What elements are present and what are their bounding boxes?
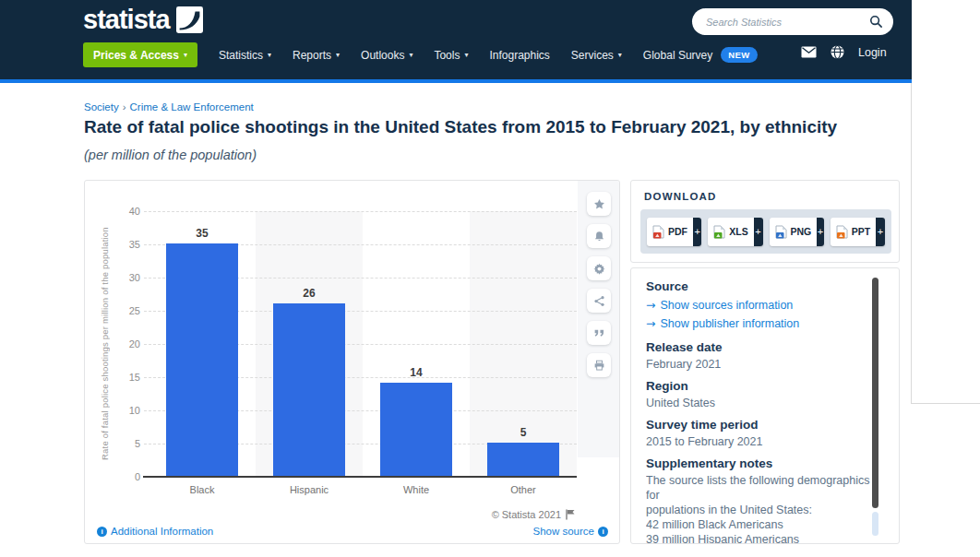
statista-logo-text: statista — [83, 5, 170, 34]
bar-black[interactable] — [166, 243, 238, 476]
download-ppt-main: PPT — [831, 218, 876, 246]
chart-action-alert-button[interactable] — [587, 224, 611, 248]
y-tick-25: 25 — [129, 305, 140, 316]
download-xls-main: XLS — [708, 218, 753, 246]
download-ppt-plus-button[interactable]: + — [876, 218, 885, 246]
top-navigation-bar: statista Prices & Access▾Statistics▾Repo… — [0, 0, 912, 79]
info-icon: i — [97, 527, 107, 537]
flag-icon[interactable] — [566, 509, 575, 520]
download-pdf-plus-button[interactable]: + — [693, 218, 701, 246]
section-release-date: Release dateFebruary 2021 — [646, 340, 870, 372]
nav-item-label: Reports — [293, 49, 331, 62]
chart-action-print-button[interactable] — [587, 353, 611, 377]
search-icon[interactable] — [869, 15, 883, 29]
statista-page: statista Prices & Access▾Statistics▾Repo… — [0, 0, 980, 557]
bar-white[interactable] — [380, 383, 452, 476]
download-xls-plus-button[interactable]: + — [754, 218, 763, 246]
y-tick-35: 35 — [129, 239, 140, 250]
download-ppt-button[interactable]: PPT+ — [831, 218, 885, 246]
pdf-file-icon — [652, 225, 664, 239]
language-globe-icon[interactable] — [831, 45, 844, 59]
chart-action-share-button[interactable] — [587, 289, 611, 313]
download-png-plus-button[interactable]: + — [817, 218, 823, 246]
chevron-down-icon: ▾ — [409, 51, 412, 59]
statista-logo[interactable]: statista — [83, 5, 203, 34]
nav-item-statistics[interactable]: Statistics▾ — [219, 49, 271, 62]
chart-card: Rate of fatal police shootings per milli… — [84, 180, 620, 544]
nav-item-reports[interactable]: Reports▾ — [293, 49, 340, 62]
show-source-label: Show source — [533, 526, 594, 537]
download-pdf-main: PDF — [647, 218, 693, 246]
breadcrumb-separator: › — [123, 101, 126, 113]
nav-item-services[interactable]: Services▾ — [571, 49, 622, 62]
x-axis-line — [143, 476, 577, 478]
bar-hispanic[interactable] — [273, 303, 345, 476]
share-icon — [593, 295, 605, 307]
copyright-text: © Statista 2021 — [492, 509, 561, 520]
show-publisher-information-link[interactable]: →Show publisher information — [646, 314, 870, 333]
header-accent-bar — [0, 79, 912, 83]
main-nav: Prices & Access▾Statistics▾Reports▾Outlo… — [83, 42, 758, 67]
section-heading: Release date — [646, 340, 870, 355]
offpage-side-panel — [911, 83, 980, 404]
login-link[interactable]: Login — [858, 46, 887, 59]
scrollbar-thumb[interactable] — [872, 278, 878, 508]
nav-item-infographics[interactable]: Infographics — [489, 49, 549, 62]
show-sources-information-link[interactable]: →Show sources information — [646, 296, 870, 314]
download-label: PNG — [791, 226, 812, 237]
chart-footer-links: iAdditional Information Show sourcei — [97, 526, 608, 537]
download-label: XLS — [729, 226, 747, 237]
xls-file-icon — [713, 225, 725, 239]
nav-item-label: Prices & Access — [93, 49, 179, 62]
nav-item-global-survey[interactable]: Global SurveyNEW — [643, 47, 758, 63]
png-file-icon — [775, 225, 787, 239]
additional-information-link[interactable]: iAdditional Information — [97, 526, 213, 537]
download-png-main: PNG — [770, 218, 818, 246]
y-tick-10: 10 — [129, 405, 140, 416]
source-heading: Source — [646, 279, 870, 294]
nav-item-label: Global Survey — [643, 49, 712, 62]
link-label: Show publisher information — [660, 317, 799, 330]
chart-copyright: © Statista 2021 — [492, 509, 575, 520]
section-text-line: 2015 to February 2021 — [646, 434, 870, 449]
section-heading: Survey time period — [646, 418, 870, 433]
nav-item-outlooks[interactable]: Outlooks▾ — [361, 49, 412, 62]
download-xls-button[interactable]: XLS+ — [708, 218, 762, 246]
chart-action-cite-button[interactable] — [587, 321, 611, 345]
chevron-down-icon: ▾ — [464, 51, 468, 59]
download-pdf-button[interactable]: PDF+ — [647, 218, 701, 246]
category-label-other: Other — [470, 484, 577, 495]
section-text-line: The source lists the following demograph… — [646, 473, 870, 503]
show-source-link[interactable]: Show sourcei — [533, 526, 608, 537]
messages-envelope-icon[interactable] — [801, 46, 817, 58]
bar-other[interactable] — [487, 443, 559, 476]
breadcrumb-category-link[interactable]: Society — [84, 101, 119, 113]
chart-action-settings-button[interactable] — [587, 256, 611, 280]
section-region: RegionUnited States — [646, 379, 870, 410]
arrow-right-icon: → — [646, 298, 655, 312]
value-label-black: 35 — [149, 227, 256, 240]
breadcrumb-subcategory-link[interactable]: Crime & Law Enforcement — [130, 101, 254, 113]
chart-action-favorite-button[interactable] — [587, 192, 611, 216]
section-text-line: populations in the United States: — [646, 503, 870, 517]
ppt-file-icon — [836, 225, 848, 239]
chevron-down-icon: ▾ — [268, 51, 271, 59]
download-button-tray: PDF+XLS+PNG+PPT+ — [640, 209, 891, 254]
download-png-button[interactable]: PNG+ — [770, 218, 824, 246]
bell-icon — [593, 231, 605, 243]
y-tick-0: 0 — [135, 471, 140, 482]
download-card: DOWNLOAD PDF+XLS+PNG+PPT+ — [630, 180, 900, 263]
link-label: Show sources information — [660, 299, 793, 312]
y-tick-40: 40 — [129, 206, 140, 217]
statista-logo-icon — [176, 6, 203, 33]
search-input[interactable] — [706, 17, 869, 28]
page-title: Rate of fatal police shootings in the Un… — [84, 117, 837, 137]
chevron-down-icon: ▾ — [184, 51, 187, 59]
y-tick-15: 15 — [129, 372, 140, 383]
source-details-content: Source →Show sources information→Show pu… — [646, 279, 870, 543]
category-label-black: Black — [149, 484, 256, 495]
bar-chart-plot: 051015202530354035Black26Hispanic14White… — [149, 211, 577, 477]
details-scrollbar[interactable] — [872, 278, 878, 532]
nav-item-prices-access[interactable]: Prices & Access▾ — [83, 42, 197, 67]
nav-item-tools[interactable]: Tools▾ — [434, 49, 468, 62]
